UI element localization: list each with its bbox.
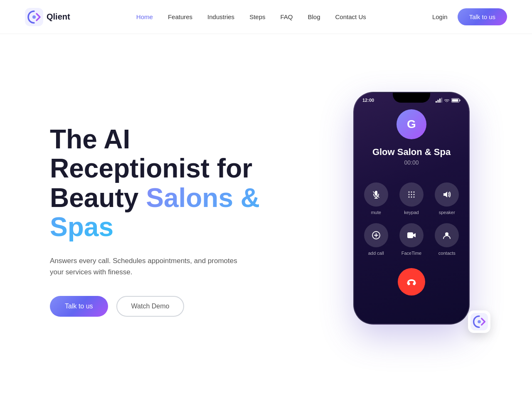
svg-point-16 bbox=[411, 194, 412, 195]
signal-icon bbox=[436, 98, 442, 103]
svg-rect-5 bbox=[441, 98, 443, 103]
svg-point-15 bbox=[408, 194, 409, 195]
add-call-icon bbox=[372, 231, 381, 240]
nav-links: Home Features Industries Steps FAQ Blog … bbox=[136, 13, 366, 21]
caller-avatar: G bbox=[397, 109, 426, 139]
qlient-badge bbox=[468, 310, 490, 333]
keypad-icon bbox=[407, 190, 416, 199]
svg-rect-7 bbox=[460, 99, 461, 101]
svg-rect-24 bbox=[407, 232, 413, 238]
nav-contact[interactable]: Contact Us bbox=[335, 13, 366, 20]
svg-rect-3 bbox=[438, 100, 439, 103]
svg-rect-4 bbox=[439, 99, 441, 103]
svg-rect-27 bbox=[412, 281, 416, 286]
logo-link[interactable]: Qlient bbox=[25, 8, 70, 26]
svg-point-19 bbox=[411, 197, 412, 198]
hero-phone-area: 12:00 bbox=[341, 92, 482, 350]
svg-point-18 bbox=[408, 197, 409, 198]
svg-rect-26 bbox=[406, 281, 410, 286]
add-call-button[interactable]: add call bbox=[362, 223, 389, 256]
svg-point-17 bbox=[413, 194, 414, 195]
caller-name: Glow Salon & Spa bbox=[372, 147, 451, 158]
hero-description: Answers every call. Schedules appointmen… bbox=[50, 255, 249, 278]
nav-features[interactable]: Features bbox=[168, 13, 192, 20]
speaker-label: speaker bbox=[439, 210, 455, 215]
svg-point-29 bbox=[478, 320, 481, 323]
speaker-icon bbox=[442, 190, 451, 199]
phone-time: 12:00 bbox=[362, 98, 374, 103]
mute-button[interactable]: mute bbox=[362, 182, 389, 215]
wifi-icon bbox=[444, 98, 450, 103]
nav-faq[interactable]: FAQ bbox=[280, 13, 293, 20]
facetime-button[interactable]: FaceTime bbox=[398, 223, 425, 256]
speaker-button[interactable]: speaker bbox=[433, 182, 461, 215]
status-icons bbox=[436, 98, 461, 103]
battery-icon bbox=[451, 98, 461, 103]
contacts-button[interactable]: contacts bbox=[433, 223, 461, 256]
hero-content: The AI Receptionist for Beauty Salons & … bbox=[50, 125, 291, 317]
call-duration: 00:00 bbox=[404, 159, 419, 166]
svg-rect-2 bbox=[436, 101, 437, 103]
navbar: Qlient Home Features Industries Steps FA… bbox=[0, 0, 532, 34]
mute-label: mute bbox=[371, 210, 381, 215]
contacts-icon bbox=[442, 231, 451, 240]
end-call-button[interactable] bbox=[398, 268, 425, 296]
facetime-icon bbox=[407, 232, 416, 239]
keypad-label: keypad bbox=[404, 210, 419, 215]
hero-title-line3: Beauty bbox=[50, 183, 146, 213]
svg-point-20 bbox=[413, 197, 414, 198]
svg-point-1 bbox=[32, 15, 36, 19]
hero-cta-primary[interactable]: Talk to us bbox=[50, 296, 108, 317]
phone-notch bbox=[393, 93, 430, 103]
contacts-label: contacts bbox=[438, 251, 456, 256]
nav-industries[interactable]: Industries bbox=[207, 13, 234, 20]
nav-right: Login Talk to us bbox=[432, 8, 507, 25]
nav-cta-button[interactable]: Talk to us bbox=[458, 8, 507, 25]
hero-title-line1: The AI bbox=[50, 124, 130, 154]
svg-point-25 bbox=[445, 232, 448, 236]
end-call-icon bbox=[406, 276, 417, 288]
hero-title: The AI Receptionist for Beauty Salons & … bbox=[50, 125, 291, 242]
facetime-label: FaceTime bbox=[401, 251, 422, 256]
keypad-button[interactable]: keypad bbox=[398, 182, 425, 215]
mute-icon bbox=[372, 190, 381, 199]
logo-text: Qlient bbox=[47, 12, 70, 22]
hero-section: The AI Receptionist for Beauty Salons & … bbox=[0, 34, 532, 399]
svg-point-14 bbox=[413, 192, 414, 193]
nav-home[interactable]: Home bbox=[136, 13, 153, 20]
call-screen: G Glow Salon & Spa 00:00 bbox=[354, 105, 469, 304]
logo-icon bbox=[25, 8, 43, 26]
svg-point-13 bbox=[411, 192, 412, 193]
hero-cta-secondary[interactable]: Watch Demo bbox=[116, 296, 185, 317]
hero-title-line2: Receptionist for bbox=[50, 153, 252, 183]
call-buttons-grid: mute bbox=[362, 182, 461, 256]
svg-rect-8 bbox=[452, 99, 458, 101]
badge-logo-icon bbox=[470, 313, 488, 330]
hero-buttons: Talk to us Watch Demo bbox=[50, 296, 291, 317]
login-link[interactable]: Login bbox=[432, 13, 448, 20]
add-call-label: add call bbox=[368, 251, 384, 256]
phone-mockup: 12:00 bbox=[353, 92, 470, 325]
nav-steps[interactable]: Steps bbox=[249, 13, 265, 20]
nav-blog[interactable]: Blog bbox=[308, 13, 320, 20]
svg-point-12 bbox=[408, 192, 409, 193]
